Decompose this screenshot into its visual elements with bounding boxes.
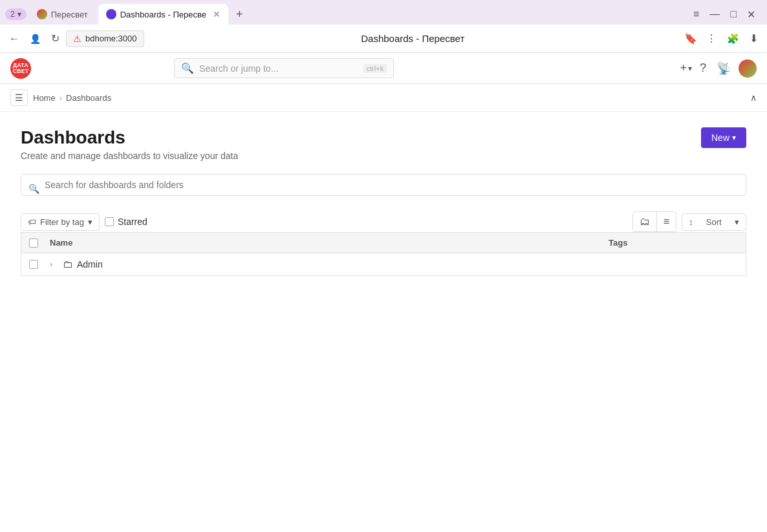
- bookmark-button[interactable]: 🔖: [682, 30, 700, 47]
- filter-by-tag-button[interactable]: 🏷 Filter by tag ▾: [21, 213, 100, 231]
- omnibox-title: Dashboards - Пересвет: [147, 33, 679, 44]
- new-button-caret: ▾: [732, 133, 736, 142]
- global-search[interactable]: 🔍 Search or jump to... ctrl+k: [174, 58, 394, 78]
- user-avatar[interactable]: [739, 59, 757, 78]
- filter-tag-label: Filter by tag: [40, 217, 84, 227]
- address-text: bdhome:3000: [85, 34, 137, 43]
- toolbar: 🏷 Filter by tag ▾ Starred 🗂 ≡ ↕ Sort ▾: [21, 211, 746, 232]
- tab-active-title: Dashboards - Пересве: [120, 10, 206, 19]
- sort-label: Sort: [706, 217, 722, 227]
- search-bar-wrapper: 🔍: [21, 174, 746, 204]
- table-row: › 🗀 Admin: [21, 253, 746, 275]
- new-button-label: New: [711, 133, 729, 143]
- view-toggle: 🗂 ≡: [632, 211, 676, 232]
- sort-icon: ↕: [689, 217, 693, 227]
- tab-group-chevron: ▾: [17, 10, 21, 19]
- security-icon: ⚠: [73, 34, 81, 44]
- page-title-area: Dashboards Create and manage dashboards …: [21, 127, 238, 161]
- col-name-header: Name: [50, 238, 609, 248]
- page-title: Dashboards: [21, 127, 238, 148]
- list-view-button[interactable]: ≡: [657, 212, 676, 231]
- app-logo[interactable]: ДАТАСВЕТ: [10, 58, 31, 79]
- help-button[interactable]: ?: [697, 59, 709, 78]
- dashboard-search-input[interactable]: [21, 174, 746, 196]
- folder-icon: 🗀: [63, 259, 73, 270]
- tab-inactive-title: Пересвет: [51, 10, 88, 19]
- main-content: Dashboards Create and manage dashboards …: [0, 112, 767, 532]
- table-header: Name Tags: [21, 232, 746, 253]
- create-button[interactable]: + ▾: [680, 61, 692, 75]
- global-search-placeholder: Search or jump to...: [199, 63, 358, 74]
- expand-icon[interactable]: ›: [50, 260, 63, 269]
- tab-active[interactable]: Dashboards - Пересве ✕: [98, 4, 228, 25]
- starred-checkbox[interactable]: [105, 217, 114, 226]
- search-shortcut: ctrl+k: [363, 64, 387, 73]
- filter-tag-caret: ▾: [88, 217, 92, 227]
- col-tags-header: Tags: [609, 238, 738, 248]
- row-checkbox-col: [29, 260, 50, 269]
- tag-icon: 🏷: [28, 217, 36, 227]
- download-button[interactable]: ⬇: [746, 30, 762, 47]
- starred-label-text: Starred: [118, 217, 147, 227]
- tab-count: 2: [10, 10, 15, 19]
- sort-caret: ▾: [735, 217, 739, 227]
- header-checkbox-col: [29, 239, 50, 248]
- sort-button[interactable]: ↕ Sort ▾: [682, 213, 746, 231]
- browser-menu-button[interactable]: ⋮: [702, 30, 720, 47]
- new-tab-button[interactable]: +: [231, 8, 248, 21]
- window-close-button[interactable]: ✕: [743, 7, 759, 22]
- search-bar-icon: 🔍: [28, 184, 39, 194]
- breadcrumb-current: Dashboards: [66, 93, 111, 103]
- dashboards-table: Name Tags › 🗀 Admin: [21, 232, 746, 276]
- tab-active-favicon: [106, 9, 116, 19]
- tab-close-button[interactable]: ✕: [213, 9, 221, 19]
- tab-inactive[interactable]: Пересвет: [29, 4, 96, 25]
- tab-inactive-favicon: [37, 9, 47, 19]
- select-all-checkbox[interactable]: [29, 239, 38, 248]
- starred-filter[interactable]: Starred: [105, 217, 147, 227]
- breadcrumb: ☰ Home › Dashboards ∧: [0, 84, 767, 112]
- plus-caret: ▾: [688, 64, 692, 73]
- search-icon: 🔍: [181, 62, 194, 74]
- extensions-button[interactable]: 🧩: [723, 30, 743, 47]
- plus-icon: +: [680, 61, 687, 75]
- reload-button[interactable]: ↻: [47, 30, 63, 47]
- table-body: › 🗀 Admin: [21, 253, 746, 276]
- rss-button[interactable]: 📡: [714, 59, 733, 78]
- breadcrumb-collapse-button[interactable]: ∧: [750, 92, 757, 103]
- folder-name[interactable]: Admin: [77, 259, 103, 270]
- page-header: Dashboards Create and manage dashboards …: [21, 127, 746, 161]
- back-button[interactable]: ←: [5, 30, 23, 47]
- app-logo-text: ДАТАСВЕТ: [13, 63, 29, 74]
- profile-button[interactable]: 👤: [26, 31, 45, 47]
- row-checkbox[interactable]: [29, 260, 38, 269]
- address-bar[interactable]: ⚠ bdhome:3000: [66, 30, 144, 47]
- window-menu-button[interactable]: ≡: [689, 7, 703, 21]
- page-subtitle: Create and manage dashboards to visualiz…: [21, 151, 238, 161]
- new-dashboard-button[interactable]: New ▾: [701, 127, 746, 148]
- sidebar-toggle-button[interactable]: ☰: [10, 89, 28, 106]
- folder-view-button[interactable]: 🗂: [633, 212, 657, 231]
- window-minimize-button[interactable]: —: [706, 7, 724, 21]
- breadcrumb-separator: ›: [59, 93, 62, 103]
- tab-group[interactable]: 2 ▾: [5, 8, 27, 20]
- window-restore-button[interactable]: □: [726, 7, 740, 21]
- breadcrumb-home[interactable]: Home: [33, 93, 56, 103]
